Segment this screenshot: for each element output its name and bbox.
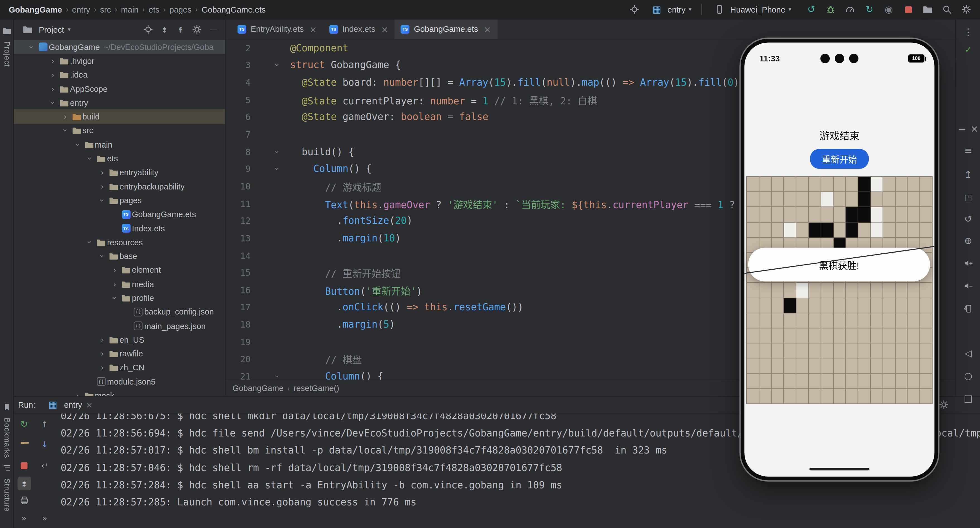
board-cell[interactable] (747, 192, 759, 207)
board-cell[interactable] (809, 343, 821, 359)
fold-chevron-icon[interactable]: › (272, 375, 282, 378)
board-cell[interactable] (883, 329, 895, 343)
minimize-icon[interactable]: — (956, 123, 967, 134)
softwrap-icon[interactable]: ↵ (38, 458, 52, 472)
breadcrumb-item[interactable]: src (100, 5, 111, 14)
tree-chevron-icon[interactable]: › (60, 125, 70, 136)
tree-item-base[interactable]: ›base (14, 249, 225, 263)
tree-chevron-icon[interactable]: › (48, 97, 58, 108)
line-number[interactable]: 3 (226, 60, 251, 70)
tree-chevron-icon[interactable]: › (109, 265, 120, 275)
tree-item-en-us[interactable]: ›en_US (14, 333, 225, 347)
line-number[interactable]: 19 (226, 337, 251, 347)
rotate-device-icon[interactable] (961, 301, 976, 316)
board-cell[interactable] (821, 192, 833, 207)
tree-item-ets[interactable]: ›ets (14, 152, 225, 166)
board-cell[interactable] (772, 283, 784, 298)
board-cell[interactable] (759, 192, 772, 207)
module-selector[interactable]: ▦ entry ▾ (646, 0, 695, 18)
board-cell[interactable] (896, 298, 908, 313)
breadcrumb-item[interactable]: entry (72, 5, 90, 14)
sidebar-item-project[interactable]: Project (0, 23, 14, 67)
board-cell[interactable] (908, 313, 920, 328)
board-cell[interactable] (821, 313, 833, 328)
board-cell[interactable] (896, 313, 908, 328)
line-number[interactable]: 7 (226, 129, 251, 140)
up-icon[interactable]: ↑ (38, 417, 52, 431)
board-cell[interactable] (920, 389, 932, 404)
board-cell[interactable] (896, 222, 908, 238)
line-number[interactable]: 20 (226, 354, 251, 364)
scroll-top-icon[interactable]: ↥ (961, 167, 976, 182)
board-cell[interactable] (846, 298, 858, 313)
board-cell[interactable] (747, 389, 759, 404)
board-cell[interactable] (896, 359, 908, 374)
stop-icon[interactable] (17, 458, 31, 472)
tree-chevron-icon[interactable]: › (48, 70, 58, 80)
screenshot-icon[interactable]: ◳ (961, 190, 976, 204)
board-cell[interactable] (821, 389, 833, 404)
board-cell[interactable] (809, 207, 821, 222)
tree-item-pages[interactable]: ›pages (14, 193, 225, 207)
board-cell[interactable] (809, 359, 821, 374)
board-cell[interactable] (871, 222, 883, 238)
close-icon[interactable]: × (309, 24, 317, 34)
board-cell[interactable] (759, 298, 772, 313)
build-settings-icon[interactable] (17, 437, 31, 451)
recents-icon[interactable]: □ (961, 391, 976, 406)
board-cell[interactable] (883, 298, 895, 313)
tree-chevron-icon[interactable]: › (72, 391, 83, 396)
board-cell[interactable] (797, 283, 809, 298)
tree-item-appscope[interactable]: ›AppScope (14, 82, 225, 96)
board-cell[interactable] (883, 222, 895, 238)
tree-item-index-ets[interactable]: TSIndex.ets (14, 221, 225, 235)
board-cell[interactable] (809, 389, 821, 404)
board-cell[interactable] (858, 298, 871, 313)
board-cell[interactable] (759, 374, 772, 389)
tree-item-build[interactable]: ›build (14, 110, 225, 124)
more-chevrons-icon[interactable]: » (38, 511, 52, 525)
hide-icon[interactable]: — (206, 22, 220, 36)
tree-chevron-icon[interactable]: › (97, 182, 108, 191)
board-cell[interactable] (896, 343, 908, 359)
gobang-board[interactable] (746, 176, 932, 404)
line-number[interactable]: 14 (226, 250, 251, 261)
line-number[interactable]: 9 (226, 164, 251, 174)
tree-item-profile[interactable]: ›profile (14, 291, 225, 305)
tree-chevron-icon[interactable]: › (48, 56, 58, 66)
board-cell[interactable] (809, 192, 821, 207)
board-cell[interactable] (797, 177, 809, 192)
board-cell[interactable] (846, 222, 858, 238)
board-cell[interactable] (834, 192, 846, 207)
line-number[interactable]: 11 (226, 199, 251, 209)
device-file-browser-icon[interactable] (920, 2, 935, 17)
board-cell[interactable] (871, 298, 883, 313)
board-cell[interactable] (834, 207, 846, 222)
board-cell[interactable] (858, 374, 871, 389)
board-cell[interactable] (858, 313, 871, 328)
board-cell[interactable] (896, 192, 908, 207)
tree-item-backup-config-json[interactable]: {}backup_config.json (14, 305, 225, 319)
board-cell[interactable] (784, 313, 796, 328)
settings-icon[interactable] (959, 2, 974, 17)
board-cell[interactable] (821, 207, 833, 222)
board-cell[interactable] (871, 359, 883, 374)
board-cell[interactable] (846, 343, 858, 359)
board-cell[interactable] (747, 329, 759, 343)
board-cell[interactable] (784, 298, 796, 313)
tree-item-src[interactable]: ›src (14, 124, 225, 137)
board-cell[interactable] (883, 359, 895, 374)
board-cell[interactable] (920, 222, 932, 238)
line-number[interactable]: 2 (226, 43, 251, 53)
board-cell[interactable] (871, 283, 883, 298)
board-cell[interactable] (759, 343, 772, 359)
tree-item-element[interactable]: ›element (14, 263, 225, 277)
board-cell[interactable] (846, 313, 858, 328)
line-number[interactable]: 18 (226, 319, 251, 330)
board-cell[interactable] (797, 298, 809, 313)
board-cell[interactable] (784, 177, 796, 192)
project-panel-title[interactable]: Project (39, 25, 64, 34)
tree-chevron-icon[interactable]: › (27, 41, 36, 52)
breadcrumb-item[interactable]: resetGame() (294, 383, 339, 393)
board-cell[interactable] (809, 222, 821, 238)
